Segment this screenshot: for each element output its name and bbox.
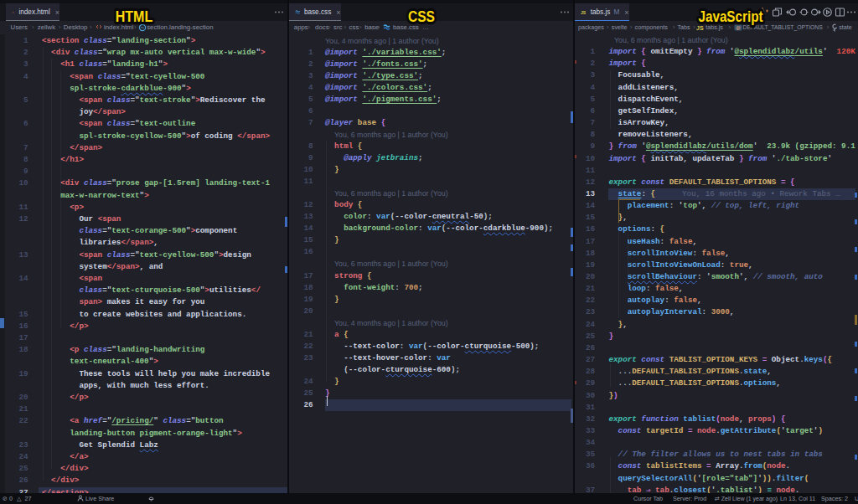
svg-text:HTML: HTML bbox=[116, 8, 153, 25]
svg-text:JavaScript: JavaScript bbox=[699, 8, 763, 25]
svg-text:JS: JS bbox=[581, 10, 587, 15]
svg-text:CSS: CSS bbox=[408, 8, 435, 25]
